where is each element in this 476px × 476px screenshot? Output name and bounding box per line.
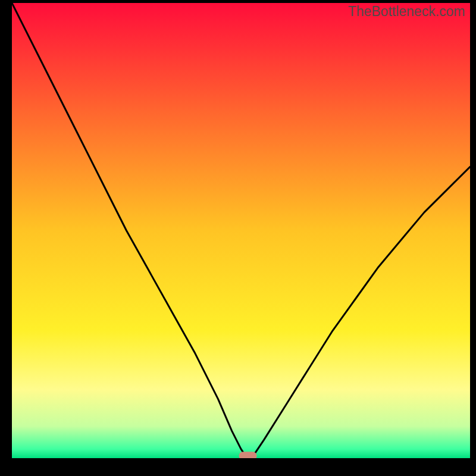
- watermark-text: TheBottleneck.com: [348, 4, 465, 20]
- bottleneck-chart: TheBottleneck.com: [0, 0, 476, 476]
- chart-svg: [12, 3, 470, 458]
- chart-background: [12, 3, 470, 458]
- optimum-marker: [239, 452, 257, 458]
- plot-area: [12, 3, 470, 458]
